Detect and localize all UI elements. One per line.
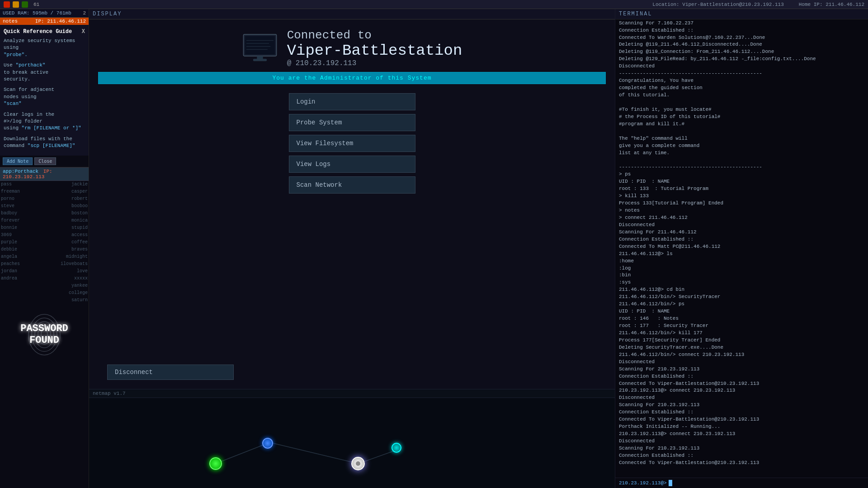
- close-window-btn[interactable]: [4, 1, 10, 8]
- netmap: [89, 398, 615, 488]
- svg-line-18: [365, 450, 396, 461]
- sidebar-notes-bar[interactable]: notes IP: 211.46.46.112: [0, 18, 89, 25]
- password-area: passfreemanpornostevebadboyforeverbonnie…: [0, 181, 89, 488]
- sidebar-header: USED RAM: 595mb / 761mb 2: [0, 9, 89, 18]
- window-number: 61: [33, 2, 39, 7]
- display-content: Connected to Viper-Battlestation @ 210.2…: [89, 19, 615, 360]
- hostname-label: Viper-Battlestation: [287, 42, 462, 59]
- filesystem-btn[interactable]: View Filesystem: [289, 135, 415, 152]
- disconnect-area: Disconnect: [89, 360, 615, 389]
- display-panel: DISPLAY Connected to: [89, 9, 615, 488]
- terminal-cursor: [669, 480, 672, 486]
- pw-col-left: passfreemanpornostevebadboyforeverbonnie…: [1, 181, 20, 282]
- svg-rect-15: [253, 59, 266, 61]
- minimize-window-btn[interactable]: [13, 1, 19, 8]
- connected-text: Connected to Viper-Battlestation @ 210.2…: [287, 28, 462, 67]
- ram-info: USED RAM: 595mb / 761mb: [3, 10, 71, 16]
- svg-rect-9: [245, 36, 275, 54]
- svg-line-16: [216, 443, 268, 464]
- qr-section-scp: Download files with thecommand "scp [FIL…: [4, 136, 85, 150]
- notes-label: notes: [3, 19, 18, 24]
- main-layout: USED RAM: 595mb / 761mb 2 notes IP: 211.…: [0, 9, 868, 488]
- svg-line-17: [273, 443, 358, 464]
- ram-count: 2: [83, 10, 86, 16]
- sidebar: USED RAM: 595mb / 761mb 2 notes IP: 211.…: [0, 9, 89, 488]
- svg-rect-14: [257, 56, 263, 59]
- home-ip-text: Home IP: 211.46.46.112: [799, 2, 864, 7]
- terminal-panel: TERMINAL Note: the wildcard "*" indicate…: [615, 9, 868, 488]
- netmap-node-blue[interactable]: [262, 438, 273, 449]
- quick-ref-title: Quick Reference Guide X: [4, 28, 85, 36]
- note-actions: Add Note Close: [0, 156, 89, 167]
- netmap-node-white[interactable]: [351, 457, 365, 470]
- terminal-header: TERMINAL: [615, 9, 868, 19]
- scan-btn[interactable]: Scan Network: [289, 176, 415, 194]
- location-text: Location: Viper-Battlestation@210.23.192…: [652, 2, 783, 7]
- app-bar: app:Porthack IP: 210.23.192.113: [0, 167, 89, 181]
- display-header: DISPLAY: [89, 9, 615, 19]
- terminal-prompt: 210.23.192.113@>: [619, 480, 667, 486]
- terminal-output: Note: the wildcard "*" indicates "All". …: [615, 19, 868, 478]
- location-info: Location: Viper-Battlestation@210.23.192…: [652, 2, 864, 7]
- password-found-overlay: PASSWORD FOUND: [20, 322, 68, 346]
- password-found-text: PASSWORD FOUND: [20, 322, 68, 346]
- monitor-icon: [242, 32, 278, 64]
- pw-col-right: jackiecasperrobertbooboobostonmonicastup…: [61, 181, 88, 304]
- qr-section-logs: Clear logs in the#>/log folderusing "rm …: [4, 111, 85, 132]
- ip-badge: IP: 211.46.46.112: [35, 19, 86, 24]
- close-note-btn[interactable]: Close: [34, 157, 56, 165]
- probe-btn[interactable]: Probe System: [289, 114, 415, 131]
- connected-to-label: Connected to: [287, 28, 462, 42]
- menu-buttons: Login Probe System View Filesystem View …: [289, 93, 415, 194]
- disconnect-btn[interactable]: Disconnect: [107, 365, 234, 380]
- qr-section-scan: Scan for adjacentnodes using"scan": [4, 86, 85, 107]
- netmap-node-green[interactable]: [209, 457, 222, 470]
- logs-btn[interactable]: View Logs: [289, 156, 415, 173]
- quick-ref-close-btn[interactable]: X: [82, 28, 85, 36]
- admin-banner: You are the Administrator of this System: [98, 72, 606, 84]
- quick-reference-panel: Quick Reference Guide X Analyze security…: [0, 25, 89, 156]
- netmap-bar: netmap v1.7: [89, 389, 615, 398]
- terminal-text: Note: the wildcard "*" indicates "All". …: [619, 19, 816, 465]
- window-controls[interactable]: 61: [4, 1, 39, 8]
- title-bar: 61 Location: Viper-Battlestation@210.23.…: [0, 0, 868, 9]
- ip-label: @ 210.23.192.113: [287, 59, 462, 67]
- connected-info: Connected to Viper-Battlestation @ 210.2…: [242, 28, 462, 67]
- netmap-node-cyan[interactable]: [392, 443, 401, 453]
- netmap-lines: [89, 398, 615, 488]
- terminal-input-line[interactable]: 210.23.192.113@>: [615, 478, 868, 488]
- maximize-window-btn[interactable]: [22, 1, 28, 8]
- app-label: app:Porthack: [3, 169, 38, 174]
- qr-section-probe: Analyze security systems using"probe".: [4, 38, 85, 58]
- qr-section-porthack: Use "porthack"to break activesecurity.: [4, 62, 85, 83]
- login-btn[interactable]: Login: [289, 93, 415, 110]
- add-note-btn[interactable]: Add Note: [3, 157, 33, 165]
